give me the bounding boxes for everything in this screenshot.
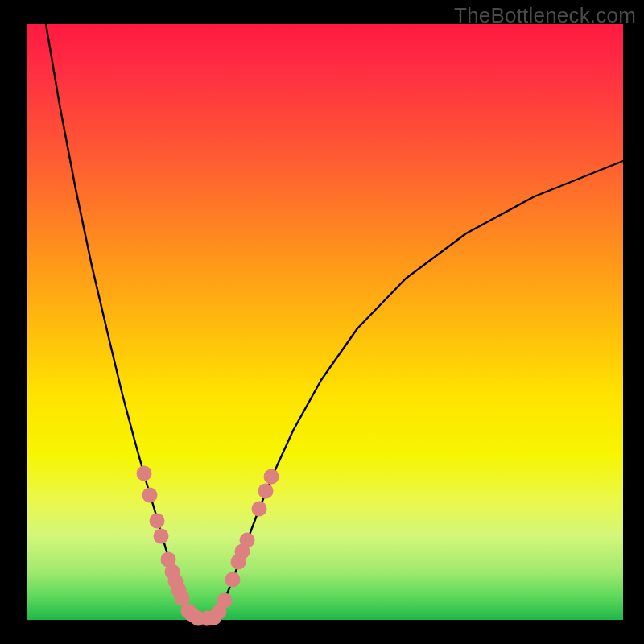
- data-point: [137, 466, 152, 481]
- data-point: [258, 484, 274, 499]
- curve-group: [46, 24, 623, 626]
- data-point: [150, 514, 165, 529]
- plot-area: [27, 24, 623, 620]
- data-point: [142, 488, 158, 503]
- chart-frame: TheBottleneck.com: [0, 0, 644, 644]
- data-point: [252, 502, 267, 517]
- curve-svg: [27, 24, 623, 620]
- watermark-text: TheBottleneck.com: [454, 3, 636, 28]
- bottleneck-curve: [46, 24, 623, 619]
- data-point: [240, 533, 255, 548]
- data-point: [154, 529, 169, 544]
- data-point: [264, 469, 279, 485]
- data-point: [225, 572, 241, 588]
- data-points-group: [137, 466, 279, 626]
- data-point: [217, 593, 233, 609]
